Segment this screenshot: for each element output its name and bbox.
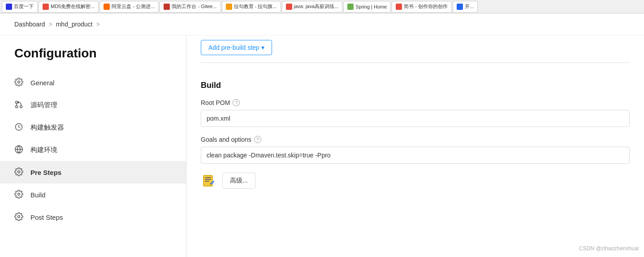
svg-point-3 [16,106,18,108]
git-icon [14,100,24,110]
browser-tabs: 百度一下 MD5免费在线解密... 阿里云盘 - 公测进... 我的工作台 - … [0,0,644,13]
tab-icon-lagou [226,4,232,10]
tab-md5[interactable]: MD5免费在线解密... [39,1,99,13]
build-icon [14,190,24,200]
root-pom-label: Root POM ? [201,99,630,106]
tab-icon-kaifa [457,4,463,10]
sidebar: Configuration General 源码管理 构建触发器 [0,35,186,257]
globe-icon [14,145,24,155]
sidebar-item-poststeps[interactable]: Post Steps [0,206,186,228]
tab-java[interactable]: java: java高薪训练... [282,1,343,13]
root-pom-input[interactable] [201,110,630,127]
add-pre-build-step-button[interactable]: Add pre-build step ▾ [201,40,272,55]
settings-icon [14,78,24,87]
section-divider [201,62,630,63]
sidebar-item-build[interactable]: Build [0,183,186,206]
goals-help-icon[interactable]: ? [254,136,261,143]
build-section-title: Build [201,72,630,90]
sidebar-item-env[interactable]: 构建环境 [0,139,186,161]
tab-icon-java [286,4,292,10]
tab-icon-baidu [6,4,12,10]
presteps-icon [14,167,24,177]
tab-kaifa[interactable]: 开... [453,1,478,13]
tab-icon-gitee [164,4,170,10]
svg-point-0 [18,81,20,83]
svg-point-1 [20,106,22,108]
clock-icon [14,122,24,132]
watermark: CSDN @zihaozhenshuai [579,245,639,252]
content-area: Add pre-build step ▾ Build Root POM ? Go… [186,35,644,257]
sidebar-item-trigger[interactable]: 构建触发器 [0,116,186,139]
root-pom-group: Root POM ? [201,99,630,127]
svg-point-7 [18,171,20,173]
advanced-button[interactable]: 高级... [222,173,255,189]
tab-spring[interactable]: Spring | Home [343,1,391,13]
svg-rect-11 [205,177,211,178]
breadcrumb: Dashboard > mhd_product > [0,13,644,35]
sidebar-item-label-general: General [30,79,54,87]
svg-rect-12 [205,179,211,180]
tab-icon-md5 [43,4,49,10]
tab-icon-jian [396,4,402,10]
tab-aliyun[interactable]: 阿里云盘 - 公测进... [99,1,159,13]
app-layout: Configuration General 源码管理 构建触发器 [0,35,644,257]
sidebar-item-general[interactable]: General [0,71,186,94]
sidebar-item-source[interactable]: 源码管理 [0,94,186,116]
goals-input[interactable] [201,147,630,164]
tab-baidu[interactable]: 百度一下 [2,1,38,13]
goals-options-group: Goals and options ? [201,136,630,164]
bottom-actions: 高级... [201,173,630,189]
goals-label: Goals and options ? [201,136,630,143]
tab-jian[interactable]: 简书 - 创作你的创作 [392,1,452,13]
svg-rect-13 [205,181,209,182]
svg-point-8 [18,193,20,196]
svg-point-9 [18,216,20,218]
sidebar-title: Configuration [0,46,186,71]
edit-icon-wrapper [201,173,217,189]
poststeps-icon [14,212,24,222]
tab-icon-spring [347,4,354,10]
edit-notepad-icon [202,174,216,188]
breadcrumb-sep-1: > [49,21,52,28]
breadcrumb-dashboard[interactable]: Dashboard [14,21,45,28]
tab-lagou[interactable]: 拉勾教育 - 拉勾旗... [222,1,281,13]
sidebar-item-label-source: 源码管理 [30,101,57,109]
add-pre-build-label: Add pre-build step ▾ [208,44,264,51]
sidebar-item-presteps[interactable]: Pre Steps [0,161,186,183]
sidebar-item-label-env: 构建环境 [30,146,57,154]
sidebar-item-label-presteps: Pre Steps [30,169,61,176]
sidebar-item-label-poststeps: Post Steps [30,213,63,221]
breadcrumb-project[interactable]: mhd_product [56,21,93,28]
sidebar-item-label-trigger: 构建触发器 [30,123,64,132]
breadcrumb-sep-2: > [96,21,99,28]
sidebar-item-label-build: Build [30,191,45,199]
tab-gitee[interactable]: 我的工作台 - Gitee... [160,1,220,13]
tab-icon-aliyun [104,4,110,10]
root-pom-help-icon[interactable]: ? [233,99,240,106]
